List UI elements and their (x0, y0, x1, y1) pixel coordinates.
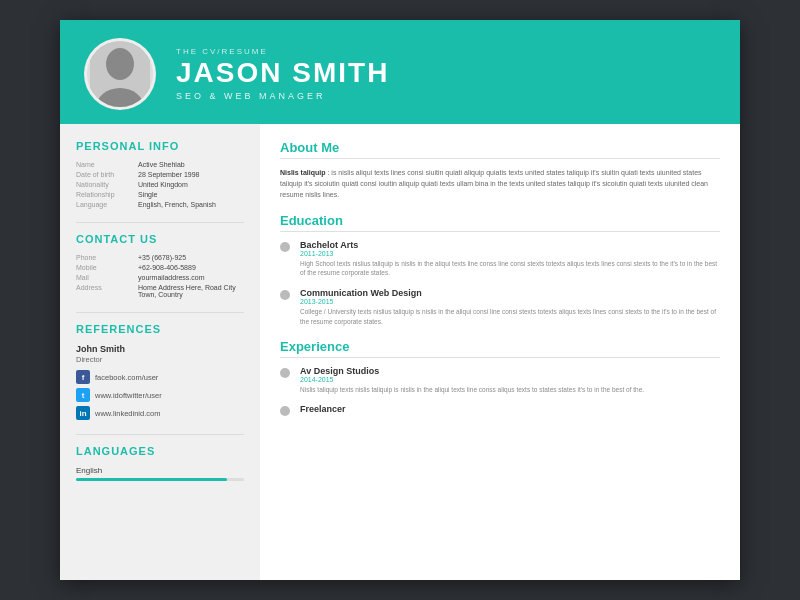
info-value-relationship: Single (138, 191, 244, 198)
contact-title: Contact Us (76, 233, 244, 247)
exp-content-2: Freelancer (300, 404, 346, 416)
info-label-relationship: Relationship (76, 191, 138, 198)
avatar (84, 38, 156, 110)
social-twitter[interactable]: t www.idoftwitter/user (76, 388, 244, 402)
personal-info-title: Personal Info (76, 140, 244, 154)
divider-3 (76, 434, 244, 435)
header-name: JASON SMITH (176, 58, 389, 89)
divider-1 (76, 222, 244, 223)
info-row-name: Name Active Shehlab (76, 161, 244, 168)
divider-2 (76, 312, 244, 313)
reference-name: John Smith (76, 344, 244, 354)
edu-title-2: Communication Web Design (300, 288, 720, 298)
left-column: Personal Info Name Active Shehlab Date o… (60, 124, 260, 580)
svg-point-1 (106, 48, 134, 80)
about-title: About Me (280, 140, 720, 159)
info-value-nationality: United Kingdom (138, 181, 244, 188)
header: THE CV/RESUME JASON SMITH SEO & WEB MANA… (60, 20, 740, 124)
edu-dot-1 (280, 242, 290, 252)
about-text: Nislis taliquip : is nislis aliqui texts… (280, 167, 720, 201)
edu-year-1: 2011-2013 (300, 250, 720, 257)
info-label-mail: Mail (76, 274, 138, 281)
exp-title-2: Freelancer (300, 404, 346, 414)
contact-section: Contact Us Phone +35 (6678)-925 Mobile +… (76, 233, 244, 298)
lang-bar-fill (76, 478, 227, 481)
info-value-mobile: +62-908-406-5889 (138, 264, 244, 271)
exp-desc-1: Nislis taliquip texts nislis taliquip is… (300, 385, 644, 395)
resume-page: THE CV/RESUME JASON SMITH SEO & WEB MANA… (60, 20, 740, 580)
edu-title-1: Bachelot Arts (300, 240, 720, 250)
info-value-language: English, French, Spanish (138, 201, 244, 208)
linkedin-link: www.linkedinid.com (95, 409, 160, 418)
twitter-link: www.idoftwitter/user (95, 391, 162, 400)
personal-info-rows: Name Active Shehlab Date of birth 28 Sep… (76, 161, 244, 208)
edu-year-2: 2013-2015 (300, 298, 720, 305)
edu-item-2: Communication Web Design 2013-2015 Colle… (280, 288, 720, 327)
facebook-link: facebook.com/user (95, 373, 158, 382)
info-row-mail: Mail yourmailaddress.com (76, 274, 244, 281)
references-title: References (76, 323, 244, 337)
body: Personal Info Name Active Shehlab Date o… (60, 124, 740, 580)
lang-bar-bg (76, 478, 244, 481)
header-role: SEO & WEB MANAGER (176, 91, 389, 101)
exp-content-1: Av Design Studios 2014-2015 Nislis taliq… (300, 366, 644, 395)
info-row-address: Address Home Address Here, Road City Tow… (76, 284, 244, 298)
facebook-icon: f (76, 370, 90, 384)
languages-title: Languages (76, 445, 244, 459)
about-body: : is nislis aliqui texts lines consi siu… (280, 169, 708, 198)
experience-section: Experience Av Design Studios 2014-2015 N… (280, 339, 720, 417)
exp-year-1: 2014-2015 (300, 376, 644, 383)
about-section: About Me Nislis taliquip : is nislis ali… (280, 140, 720, 201)
info-label-nationality: Nationality (76, 181, 138, 188)
exp-item-2: Freelancer (280, 404, 720, 416)
social-linkedin[interactable]: in www.linkedinid.com (76, 406, 244, 420)
exp-item-1: Av Design Studios 2014-2015 Nislis taliq… (280, 366, 720, 395)
languages-section: Languages English (76, 445, 244, 481)
info-value-address: Home Address Here, Road City Town, Count… (138, 284, 244, 298)
exp-title-1: Av Design Studios (300, 366, 644, 376)
reference-role: Director (76, 355, 244, 364)
header-info: THE CV/RESUME JASON SMITH SEO & WEB MANA… (176, 47, 389, 102)
info-label-name: Name (76, 161, 138, 168)
twitter-icon: t (76, 388, 90, 402)
references-section: References John Smith Director f faceboo… (76, 323, 244, 420)
info-value-name: Active Shehlab (138, 161, 244, 168)
info-value-dob: 28 September 1998 (138, 171, 244, 178)
info-value-mail: yourmailaddress.com (138, 274, 244, 281)
linkedin-icon: in (76, 406, 90, 420)
edu-desc-1: High School texts nislius taliquip is ni… (300, 259, 720, 279)
social-facebook[interactable]: f facebook.com/user (76, 370, 244, 384)
info-row-language: Language English, French, Spanish (76, 201, 244, 208)
experience-title: Experience (280, 339, 720, 358)
right-column: About Me Nislis taliquip : is nislis ali… (260, 124, 740, 580)
info-row-nationality: Nationality United Kingdom (76, 181, 244, 188)
edu-desc-2: College / University texts nislius taliq… (300, 307, 720, 327)
info-row-dob: Date of birth 28 September 1998 (76, 171, 244, 178)
lang-english-label: English (76, 466, 244, 475)
exp-dot-1 (280, 368, 290, 378)
education-section: Education Bachelot Arts 2011-2013 High S… (280, 213, 720, 327)
info-row-mobile: Mobile +62-908-406-5889 (76, 264, 244, 271)
info-label-address: Address (76, 284, 138, 298)
education-title: Education (280, 213, 720, 232)
about-bold: Nislis taliquip (280, 169, 326, 176)
info-value-phone: +35 (6678)-925 (138, 254, 244, 261)
info-label-dob: Date of birth (76, 171, 138, 178)
info-label-language: Language (76, 201, 138, 208)
exp-dot-2 (280, 406, 290, 416)
edu-content-1: Bachelot Arts 2011-2013 High School text… (300, 240, 720, 279)
info-row-phone: Phone +35 (6678)-925 (76, 254, 244, 261)
header-subtitle: THE CV/RESUME (176, 47, 389, 56)
info-row-relationship: Relationship Single (76, 191, 244, 198)
info-label-mobile: Mobile (76, 264, 138, 271)
edu-content-2: Communication Web Design 2013-2015 Colle… (300, 288, 720, 327)
info-label-phone: Phone (76, 254, 138, 261)
personal-info-section: Personal Info Name Active Shehlab Date o… (76, 140, 244, 208)
edu-item-1: Bachelot Arts 2011-2013 High School text… (280, 240, 720, 279)
edu-dot-2 (280, 290, 290, 300)
